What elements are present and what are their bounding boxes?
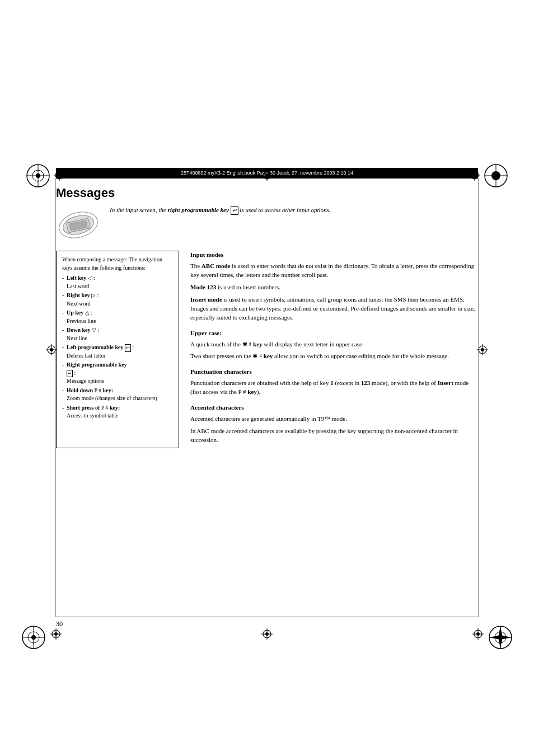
section-title-accented: Accented characters [190,403,478,412]
two-column-layout: When composing a message: The navigation… [56,251,478,448]
key-label: Hold down [67,387,94,393]
list-item: Up key △ : Previous line [62,309,173,325]
key-colon: : [73,370,76,376]
key-label2: key: [110,405,120,411]
section-title-punctuation: Punctuation characters [190,368,478,377]
compass-top-right [483,162,509,190]
left-col-intro: When composing a message: The navigation… [62,256,173,272]
key-icon: ↩ [125,344,131,352]
right-column: Input modes The ABC mode is used to ente… [190,251,478,448]
list-item: Right programmable key ↩ : Message optio… [62,361,173,386]
upper-case-para1: A quick touch of the ✱ ♯ key will displa… [190,340,478,349]
compass-bottom-right [487,624,514,652]
key-symbol: P # [101,405,110,411]
input-modes-para1: The ABC mode is used to enter words that… [190,262,478,280]
punctuation-para1: Punctuation characters are obtained with… [190,379,478,397]
crosshair-mid-left [46,344,57,356]
crosshair-top-left-inner [54,170,65,182]
list-item: Down key ▽ : Next line [62,326,173,342]
crosshair-top-right-inner [469,170,480,182]
intro-bold: right programmable key [167,206,228,213]
list-item: Short press of P # key: Access to symbol… [62,404,173,420]
crosshair-bottom-center [261,628,273,641]
accented-para2: In ABC mode accented characters are avai… [190,427,478,445]
key-description: Zoom mode (changes size of characters) [67,395,157,401]
key-description: Next line [67,335,87,341]
phone-image [56,208,101,242]
key-colon: : [90,309,92,316]
key-label: Short press of [67,405,101,411]
key-symbol: △ [85,309,90,316]
key-colon: : [92,275,95,281]
key-symbol: ▽ [92,327,96,333]
left-column: When composing a message: The navigation… [56,251,179,448]
compass-bottom-left [20,624,47,652]
key-description: Previous line [67,318,96,324]
key-symbol: ▷ [91,292,96,298]
key-label: Right key [67,292,91,298]
intro-text-after: is used to access other input options. [240,206,330,213]
crosshair-bottom-right-inner [472,628,484,641]
accented-para1: Accented characters are generated automa… [190,415,478,424]
list-item: Right key ▷ : Next word [62,292,173,308]
crosshair-bottom-left-inner [50,628,62,641]
key-description: Access to symbol table [67,412,118,419]
intro-key-icon: ↩ [231,206,238,215]
key-symbol: P # [94,387,102,393]
key-label: Down key [67,327,92,333]
intro-text-before: In the input screen, the [110,206,167,213]
key-description: Last word [67,283,89,289]
bottom-border-line [56,617,478,617]
page-title: Messages [56,186,478,200]
list-item: Hold down P # key: Zoom mode (changes si… [62,387,173,403]
input-modes-para3: Insert mode is used to insert symbols, a… [190,295,478,322]
key-description: Deletes last letter [67,353,105,359]
key-label: Left programmable key [67,344,125,350]
crosshair-top-center [261,170,273,182]
key-list: Left key ◁ : Last word Right key ▷ : Nex… [62,274,173,420]
key-colon: : [96,327,99,333]
key-label: Right programmable key [67,361,127,368]
key-colon: : [96,292,99,298]
key-symbol: ◁ [88,275,92,281]
key-description: Message options [67,378,104,384]
key-icon: ↩ [67,370,73,378]
main-content: Messages In the input screen, the right … [56,179,478,633]
key-label: Up key [67,309,85,316]
list-item: Left key ◁ : Last word [62,274,173,290]
top-section: In the input screen, the right programma… [56,206,478,242]
left-border-line [55,178,55,617]
section-title-upper-case: Upper case: [190,329,478,338]
key-description: Next word [67,300,91,307]
key-colon: : [131,344,134,350]
upper-case-para2: Two short presses on the ✱ ♯ key allow y… [190,352,478,361]
crosshair-mid-right [477,344,488,356]
section-title-input-modes: Input modes [190,251,478,260]
intro-text: In the input screen, the right programma… [110,206,478,215]
key-label: Left key [67,275,88,281]
page-number: 30 [56,621,63,627]
list-item: Left programmable key ↩ : Deletes last l… [62,344,173,360]
compass-top-left [25,162,51,190]
right-border-line [479,178,479,617]
key-label2: key: [103,387,113,393]
input-modes-para2: Mode 123 is used to insert numbers. [190,283,478,292]
